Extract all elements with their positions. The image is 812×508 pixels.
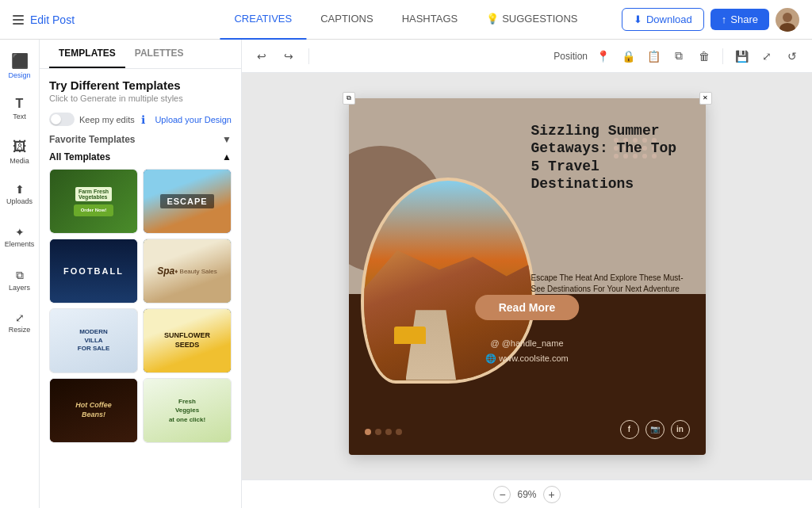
panel-heading: Try Different Templates [49,78,232,92]
redo-button[interactable]: ↪ [278,46,299,67]
carousel-dots [365,429,402,435]
sidebar-item-layers[interactable]: ⧉ Layers [2,260,37,300]
canvas-container: ⧉ ✕ [349,98,706,455]
template-thumb-5: MODERNVILLAFOR SALE [50,309,137,372]
zoom-level: 69% [517,489,536,500]
download-icon: ⬇ [634,13,642,25]
refresh-icon[interactable]: ↺ [782,46,802,67]
toolbar-right: Position 📍 🔒 📋 ⧉ 🗑 💾 ⤢ ↺ [553,46,802,67]
toolbar-separator-1 [308,48,309,64]
photo-blob [361,178,535,384]
design-card: Sizzling Summer Getaways: The Top 5 Trav… [349,98,706,455]
dot-1 [365,429,371,435]
delete-icon[interactable]: 🗑 [694,46,714,67]
sidebar-item-media[interactable]: 🖼 Media [2,132,37,171]
facebook-icon[interactable]: f [620,420,639,439]
keep-edits-toggle[interactable] [49,113,75,126]
template-card-8[interactable]: FreshVeggiesat one click! [143,378,232,443]
sidebar-item-uploads[interactable]: ⬆ Uploads [2,174,37,214]
layers-icon: ⧉ [16,269,24,282]
sidebar-item-resize[interactable]: ⤢ Resize [2,303,37,342]
template-card-1[interactable]: Farm Fresh Vegetables Order Now! [49,169,138,234]
canvas-card[interactable]: Sizzling Summer Getaways: The Top 5 Trav… [349,98,706,455]
lock-icon[interactable]: 🔒 [618,46,638,67]
read-more-button[interactable]: Read More [475,295,580,320]
topbar-tabs: CREATIVES CAPTIONS HASHTAGS 💡SUGGESTIONS [220,0,592,40]
template-card-2[interactable]: ESCAPE [143,169,232,234]
expand-icon[interactable]: ⤢ [756,46,777,67]
upload-design-link[interactable]: Upload your Design [155,115,232,124]
info-icon: ℹ [141,113,145,126]
share-button[interactable]: ↑ Share [710,9,769,30]
sidebar-item-design[interactable]: ⬛ Design [2,46,37,86]
all-templates-section[interactable]: All Templates ▲ [49,151,232,162]
handle-close-tr[interactable]: ✕ [699,92,712,105]
icon-sidebar: ⬛ Design T Text 🖼 Media ⬆ Uploads ✦ Elem… [0,40,40,508]
sidebar-item-elements[interactable]: ✦ Elements [2,217,37,257]
website-url: 🌐www.coolsite.com [485,353,568,364]
design-title: Sizzling Summer Getaways: The Top 5 Trav… [531,122,690,193]
instagram-icon[interactable]: 📷 [645,420,665,439]
keep-edits-row: Keep my edits ℹ Upload your Design [49,113,232,126]
panel-subtext: Click to Generate in multiple styles [49,94,232,103]
template-card-4[interactable]: Spa ♦ Beauty Sales [143,239,232,304]
chevron-down-icon: ▼ [222,134,232,145]
design-subtitle: Escape The Heat And Explore These Must-S… [531,273,690,295]
topbar-left: Edit Post [13,13,75,26]
tab-creatives[interactable]: CREATIVES [220,0,306,40]
avatar[interactable] [776,8,799,32]
position-label: Position [553,51,588,62]
chevron-up-icon: ▲ [222,151,232,162]
template-card-7[interactable]: Hot CoffeeBeans! [49,378,138,443]
topbar-actions: ⬇ Download ↑ Share [622,8,799,32]
template-card-6[interactable]: SUNFLOWERSEEDS [143,308,232,373]
toggle-knob [51,114,61,124]
duplicate-icon[interactable]: ⧉ [668,46,689,67]
linkedin-icon[interactable]: in [671,420,690,439]
tab-captions[interactable]: CAPTIONS [306,0,387,40]
svg-point-0 [783,13,792,22]
template-thumb-3: FOOTBALL [50,239,137,303]
text-icon: T [16,97,24,111]
dot-4 [396,429,402,435]
templates-grid: Farm Fresh Vegetables Order Now! ESCAPE [49,169,232,443]
undo-button[interactable]: ↩ [251,46,272,67]
tab-hashtags[interactable]: HASHTAGS [388,0,473,40]
template-thumb-6: SUNFLOWERSEEDS [144,309,231,372]
social-handle: @@handle_name [490,338,563,348]
template-thumb-4: Spa ♦ Beauty Sales [144,239,231,303]
dot-2 [375,429,381,435]
sidebar-item-text[interactable]: T Text [2,89,37,128]
panel-tabs: TEMPLATES PALETTES [40,40,241,69]
template-thumb-2: ESCAPE [144,170,231,233]
template-thumb-8: FreshVeggiesat one click! [144,379,231,442]
canvas-toolbar: ↩ ↪ Position 📍 🔒 📋 ⧉ 🗑 💾 ⤢ ↺ [242,40,812,73]
panel-body: Try Different Templates Click to Generat… [40,69,241,508]
canvas-wrapper: ⧉ ✕ [242,73,812,479]
template-card-3[interactable]: FOOTBALL [49,239,138,304]
save-icon[interactable]: 💾 [731,46,752,67]
menu-icon[interactable] [13,15,24,25]
template-thumb-7: Hot CoffeeBeans! [50,379,137,442]
van-shape [394,327,426,344]
main-layout: ⬛ Design T Text 🖼 Media ⬆ Uploads ✦ Elem… [0,40,812,508]
zoom-in-button[interactable]: + [543,486,561,503]
position-icon[interactable]: 📍 [592,46,613,67]
template-card-5[interactable]: MODERNVILLAFOR SALE [49,308,138,373]
copy-icon[interactable]: 📋 [643,46,664,67]
tab-suggestions[interactable]: 💡SUGGESTIONS [472,0,592,40]
resize-icon: ⤢ [15,311,25,324]
zoom-out-button[interactable]: − [493,486,511,503]
toolbar-separator-2 [722,48,723,64]
dot-3 [385,429,392,435]
favorite-templates-section[interactable]: Favorite Templates ▼ [49,134,232,145]
share-icon: ↑ [722,13,727,25]
tab-templates[interactable]: TEMPLATES [49,40,125,68]
handle-expand-tl[interactable]: ⧉ [343,92,355,105]
tab-palettes[interactable]: PALETTES [125,40,193,68]
media-icon: 🖼 [13,139,27,155]
download-button[interactable]: ⬇ Download [622,8,704,31]
social-icons: f 📷 in [620,420,690,439]
edit-post-label[interactable]: Edit Post [30,13,75,26]
photo-inner [364,181,532,380]
